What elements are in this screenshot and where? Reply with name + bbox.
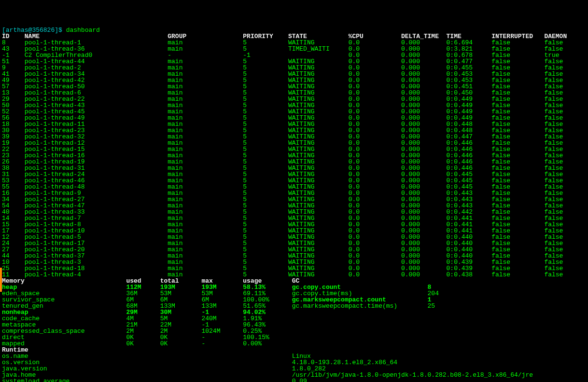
memory-row: mapped 0K 0K - 0.00%	[2, 341, 586, 347]
terminal-output[interactable]: [arthas@356826]$ dashboardID NAME GROUP …	[2, 27, 586, 382]
runtime-row: systemload.average 0.09	[2, 378, 586, 382]
scroll-indicator	[0, 268, 2, 292]
